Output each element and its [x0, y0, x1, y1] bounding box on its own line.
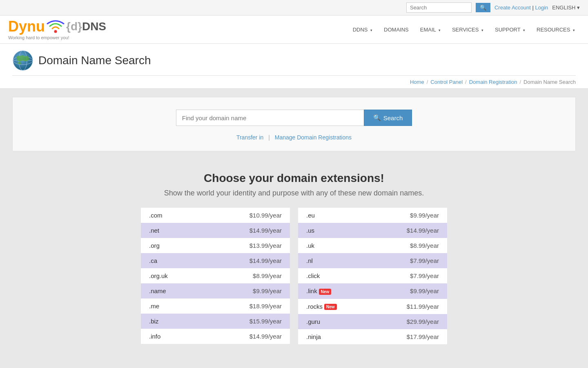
search-button-label: Search [383, 114, 403, 121]
nav-ddns[interactable]: DDNS ▾ [348, 23, 377, 36]
ext-name: .ninja [306, 333, 321, 340]
svg-point-0 [54, 30, 57, 33]
manage-registrations-link[interactable]: Manage Domain Registrations [275, 134, 352, 141]
ext-price: $14.99/year [407, 227, 439, 234]
ext-price: $10.99/year [249, 212, 282, 219]
create-account-link[interactable]: Create Account [494, 4, 531, 11]
ext-name: .guru [306, 318, 320, 325]
breadcrumb-control-panel[interactable]: Control Panel [430, 79, 463, 85]
domain-search-button[interactable]: 🔍 Search [364, 110, 412, 126]
ext-price: $17.99/year [407, 333, 439, 340]
left-extensions-table: .com$10.99/year.net$14.99/year.org$13.99… [141, 208, 290, 344]
ext-name: .us [306, 227, 314, 234]
ext-row[interactable]: .ca$14.99/year [141, 253, 290, 268]
nav-support[interactable]: SUPPORT ▾ [490, 23, 530, 36]
ext-price: $7.99/year [410, 257, 439, 264]
ext-row[interactable]: .uk$8.99/year [298, 238, 447, 253]
navbar: Dynu {d}DNS Working hard to empower you!… [0, 16, 588, 44]
ext-row[interactable]: .me$18.99/year [141, 298, 290, 314]
ext-row[interactable]: .name$9.99/year [141, 283, 290, 298]
search-icon: 🔍 [373, 114, 381, 121]
ext-name: .click [306, 272, 320, 279]
extensions-tables: .com$10.99/year.net$14.99/year.org$13.99… [141, 208, 447, 344]
nav-services[interactable]: SERVICES ▾ [447, 23, 488, 36]
top-bar: 🔍 Create Account | Login ENGLISH ▾ [0, 0, 588, 16]
extensions-title: Choose your domain extensions! [8, 172, 580, 185]
ext-name: .linkNew [306, 287, 331, 295]
nav-domains[interactable]: DOMAINS [379, 23, 414, 36]
transfer-in-link[interactable]: Transfer in [236, 134, 263, 141]
ext-row[interactable]: .org$13.99/year [141, 238, 290, 253]
ext-price: $14.99/year [249, 333, 282, 340]
extensions-subtitle: Show the world your identity and purpose… [8, 189, 580, 197]
nav-resources[interactable]: RESOURCES ▾ [532, 23, 580, 36]
domain-search-input[interactable] [176, 110, 364, 126]
ext-price: $29.99/year [407, 318, 439, 325]
ext-name: .info [149, 333, 160, 340]
breadcrumb: Home / Control Panel / Domain Registrati… [12, 75, 576, 88]
logo-dns: {d}DNS [66, 20, 106, 33]
ext-row[interactable]: .ninja$17.99/year [298, 329, 447, 344]
logo-area: Dynu {d}DNS Working hard to empower you! [8, 19, 106, 40]
ext-name: .uk [306, 242, 314, 249]
ext-price: $14.99/year [249, 257, 282, 264]
ext-row[interactable]: .net$14.99/year [141, 223, 290, 238]
ext-row[interactable]: .info$14.99/year [141, 329, 290, 344]
logo-tagline: Working hard to empower you! [8, 35, 106, 40]
globe-icon [12, 50, 33, 71]
topbar-search-button[interactable]: 🔍 [476, 3, 490, 12]
breadcrumb-home[interactable]: Home [410, 79, 424, 85]
ext-name: .org [149, 242, 160, 249]
ext-price: $18.99/year [249, 303, 282, 310]
wifi-icon [47, 19, 65, 34]
ext-row[interactable]: .nl$7.99/year [298, 253, 447, 268]
ext-row[interactable]: .com$10.99/year [141, 208, 290, 223]
ext-row[interactable]: .linkNew$9.99/year [298, 283, 447, 299]
ext-price: $13.99/year [249, 242, 282, 249]
breadcrumb-domain-registration[interactable]: Domain Registration [469, 79, 517, 85]
nav-links: DDNS ▾ DOMAINS EMAIL ▾ SERVICES ▾ SUPPOR… [348, 23, 580, 36]
page-header: Domain Name Search Home / Control Panel … [0, 44, 588, 89]
page-title-row: Domain Name Search [12, 50, 576, 75]
ext-price: $8.99/year [410, 242, 439, 249]
ext-row[interactable]: .guru$29.99/year [298, 314, 447, 329]
new-badge: New [319, 289, 332, 295]
ext-price: $14.99/year [249, 227, 282, 234]
domain-search-row: 🔍 Search [21, 110, 567, 126]
extensions-section: Choose your domain extensions! Show the … [0, 159, 588, 357]
ext-row[interactable]: .rocksNew$11.99/year [298, 299, 447, 314]
topbar-auth-links: Create Account | Login [494, 4, 548, 11]
ext-row[interactable]: .eu$9.99/year [298, 208, 447, 223]
ext-name: .biz [149, 318, 158, 325]
ext-price: $15.99/year [249, 318, 282, 325]
topbar-search-input[interactable] [406, 2, 472, 13]
ext-price: $9.99/year [410, 212, 439, 219]
ext-name: .me [149, 303, 159, 310]
ext-name: .org.uk [149, 272, 168, 279]
ext-name: .name [149, 287, 166, 294]
search-links: Transfer in | Manage Domain Registration… [21, 134, 567, 141]
breadcrumb-current: Domain Name Search [523, 79, 576, 85]
new-badge: New [324, 304, 337, 310]
ext-price: $8.99/year [253, 272, 282, 279]
ext-row[interactable]: .click$7.99/year [298, 268, 447, 283]
nav-email[interactable]: EMAIL ▾ [415, 23, 445, 36]
language-selector[interactable]: ENGLISH ▾ [552, 4, 580, 11]
right-extensions-table: .eu$9.99/year.us$14.99/year.uk$8.99/year… [298, 208, 447, 344]
ext-name: .net [149, 227, 159, 234]
search-panel: 🔍 Search Transfer in | Manage Domain Reg… [12, 97, 576, 151]
page-title: Domain Name Search [38, 54, 151, 67]
ext-price: $11.99/year [407, 303, 439, 310]
ext-name: .nl [306, 257, 313, 264]
ext-row[interactable]: .biz$15.99/year [141, 314, 290, 329]
ext-row[interactable]: .org.uk$8.99/year [141, 268, 290, 283]
login-link[interactable]: Login [535, 4, 548, 11]
ext-row[interactable]: .us$14.99/year [298, 223, 447, 238]
ext-price: $7.99/year [410, 272, 439, 279]
ext-price: $9.99/year [410, 287, 439, 295]
ext-name: .eu [306, 212, 315, 219]
logo-dynu: Dynu [8, 19, 45, 34]
ext-name: .ca [149, 257, 157, 264]
ext-price: $9.99/year [253, 287, 282, 294]
ext-name: .com [149, 212, 163, 219]
